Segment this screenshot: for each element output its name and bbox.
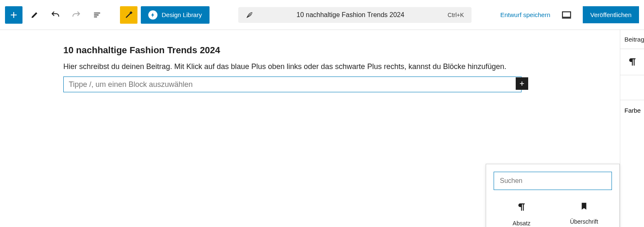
toolbar-center: 10 nachhaltige Fashion Trends 2024 Ctrl+… <box>210 7 500 23</box>
paragraph-icon <box>516 202 527 212</box>
preview-button[interactable] <box>558 6 575 24</box>
inline-add-block-button[interactable] <box>516 77 528 90</box>
editor-canvas: 10 nachhaltige Fashion Trends 2024 Hier … <box>0 30 620 227</box>
document-title-bar[interactable]: 10 nachhaltige Fashion Trends 2024 Ctrl+… <box>238 7 472 23</box>
editor-content: 10 nachhaltige Fashion Trends 2024 Hier … <box>63 45 522 92</box>
wand-icon <box>124 10 133 20</box>
inserter-block-label: Überschrift <box>570 218 598 225</box>
document-title: 10 nachhaltige Fashion Trends 2024 <box>259 11 442 19</box>
desktop-icon <box>561 10 572 20</box>
toolbar-left: Design Library <box>5 6 210 24</box>
add-block-button[interactable] <box>5 6 22 24</box>
redo-icon <box>71 10 81 20</box>
design-library-label: Design Library <box>162 11 202 18</box>
inserter-block-list: Absatz Überschrift <box>494 202 612 227</box>
shortcut-label: Ctrl+K <box>448 12 464 18</box>
publish-button[interactable]: Veröffentlichen <box>583 6 639 23</box>
sidebar-tab-post[interactable]: Beitrag <box>620 30 644 49</box>
undo-icon <box>50 10 60 20</box>
toolbar-right: Entwurf speichern Veröffentlichen <box>500 6 639 24</box>
save-draft-link[interactable]: Entwurf speichern <box>500 11 550 18</box>
pencil-icon <box>30 10 39 20</box>
design-library-button[interactable]: Design Library <box>141 6 210 24</box>
bookmark-icon <box>579 202 589 211</box>
inserter-block-label: Absatz <box>513 220 531 227</box>
post-paragraph[interactable]: Hier schreibst du deinen Beitrag. Mit Kl… <box>63 60 522 73</box>
main-area: 10 nachhaltige Fashion Trends 2024 Hier … <box>0 30 644 227</box>
feather-icon <box>246 11 253 19</box>
sidebar-block-type[interactable] <box>620 49 644 75</box>
settings-sidebar: Beitrag Farbe <box>620 30 644 227</box>
inserter-block-paragraph[interactable]: Absatz <box>499 202 544 227</box>
document-overview-button[interactable] <box>88 6 106 24</box>
list-icon <box>92 10 102 20</box>
empty-block <box>63 76 522 92</box>
block-inserter-panel: Absatz Überschrift <box>486 164 620 227</box>
redo-button[interactable] <box>67 6 85 24</box>
paragraph-icon <box>627 57 638 67</box>
ai-button[interactable] <box>120 6 137 24</box>
sidebar-section-color[interactable]: Farbe <box>620 100 644 121</box>
plus-icon <box>518 79 526 88</box>
inserter-search-input[interactable] <box>494 172 612 190</box>
edit-button[interactable] <box>26 6 43 24</box>
post-title[interactable]: 10 nachhaltige Fashion Trends 2024 <box>63 45 522 56</box>
lightning-icon <box>148 10 157 20</box>
block-input[interactable] <box>63 76 522 92</box>
inserter-block-heading[interactable]: Überschrift <box>561 202 607 227</box>
undo-button[interactable] <box>47 6 64 24</box>
top-toolbar: Design Library 10 nachhaltige Fashion Tr… <box>0 0 644 30</box>
plus-icon <box>9 10 19 20</box>
svg-rect-0 <box>562 12 571 17</box>
